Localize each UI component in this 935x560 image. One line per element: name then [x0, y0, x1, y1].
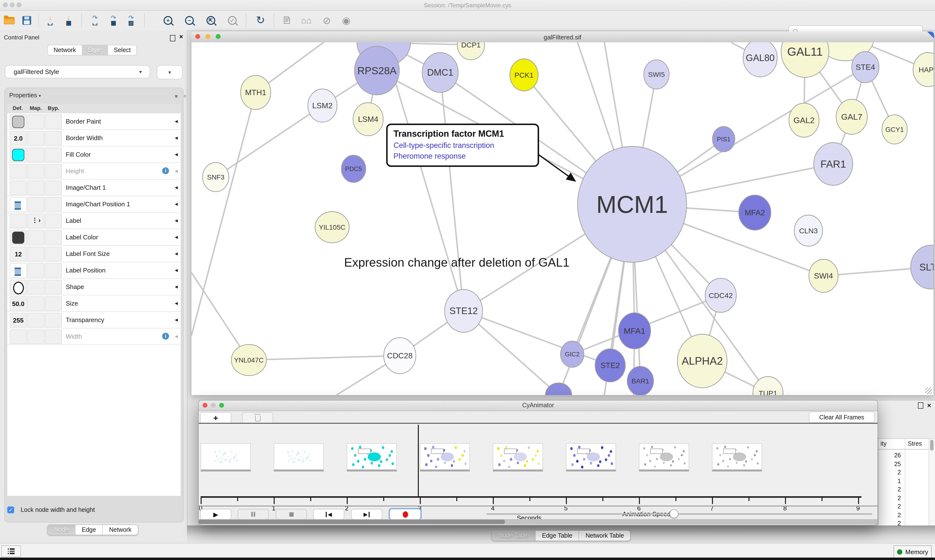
expand-row-icon[interactable]: ◀ — [175, 268, 178, 272]
network-node-cln3[interactable]: CLN3 — [794, 215, 822, 246]
network-node-pis1[interactable]: PIS1 — [713, 126, 735, 152]
network-node-gcy1[interactable]: GCY1 — [882, 115, 907, 144]
network-canvas[interactable]: GAL11RPS28ADMC1DCP1PCK1SWI5GAL80STE4HAP2… — [191, 42, 934, 395]
network-node-mfa2[interactable]: MFA2 — [739, 195, 771, 230]
expand-all-icon[interactable]: » — [175, 91, 178, 100]
float-table-panel-icon[interactable] — [918, 402, 923, 409]
style-options-button[interactable]: ▼ — [157, 65, 183, 79]
expand-row-icon[interactable]: ◀ — [175, 252, 178, 256]
table-cell[interactable]: 2 — [878, 469, 901, 476]
network-node-pck1[interactable]: PCK1 — [510, 59, 538, 91]
stop-button[interactable] — [276, 509, 307, 520]
tab-select[interactable]: Select — [108, 45, 137, 55]
info-icon[interactable]: i — [162, 333, 169, 340]
network-window-titlebar[interactable]: galFiltered.sif — [191, 32, 934, 43]
network-node-ste12[interactable]: STE12 — [444, 289, 483, 332]
property-row-shape[interactable]: Shape◀ — [7, 279, 181, 295]
memory-button[interactable]: Memory — [893, 545, 932, 558]
network-node-gal2[interactable]: GAL2 — [789, 103, 819, 137]
timeline-scrollbar[interactable] — [199, 519, 878, 525]
network-node-mth1[interactable]: MTH1 — [241, 75, 271, 109]
table-cell[interactable]: 2 — [878, 512, 901, 518]
network-edge[interactable] — [216, 106, 322, 177]
table-cell[interactable]: 25 — [878, 460, 901, 467]
expand-row-icon[interactable]: ◀ — [175, 136, 178, 140]
properties-header[interactable]: Properties ▾ — [9, 92, 41, 99]
network-node-hap2[interactable]: HAP2 — [913, 52, 934, 86]
frame-thumbnail-0[interactable] — [201, 443, 251, 471]
network-node-slt2[interactable]: SLT2 — [911, 245, 934, 289]
network-node-gic2[interactable]: GIC2 — [560, 341, 584, 367]
network-edge[interactable] — [249, 355, 400, 360]
expand-row-icon[interactable]: ◀ — [175, 218, 178, 223]
network-node-dmc1[interactable]: DMC1 — [422, 52, 458, 92]
network-node-swi5[interactable]: SWI5 — [644, 60, 669, 89]
expand-row-icon[interactable]: ◀ — [175, 169, 178, 173]
expand-row-icon[interactable]: ◀ — [175, 235, 178, 239]
network-node-ste2[interactable]: STE2 — [595, 349, 625, 382]
frame-thumbnail-3[interactable] — [420, 443, 470, 471]
expand-row-icon[interactable]: ◀ — [175, 185, 178, 190]
info-icon[interactable]: i — [162, 168, 169, 174]
network-node-snf3[interactable]: SNF3 — [202, 163, 229, 192]
network-node-cdc42[interactable]: CDC42 — [705, 278, 736, 312]
clear-all-frames-button[interactable]: Clear All Frames — [809, 412, 875, 423]
skip-to-start-button[interactable]: ◀ — [313, 509, 344, 520]
close-panel-icon[interactable]: × — [179, 34, 183, 39]
expand-row-icon[interactable]: ◀ — [175, 285, 178, 289]
import-table-icon[interactable]: ↓▦ — [62, 14, 75, 27]
hide-details-icon[interactable]: ⊘ — [321, 14, 333, 27]
network-node-pdc5[interactable]: PDC5 — [341, 155, 366, 182]
show-details-icon[interactable]: ◉ — [340, 14, 353, 27]
close-table-panel-icon[interactable]: × — [927, 403, 931, 408]
table-cell[interactable]: 26 — [878, 452, 901, 459]
annotation-link[interactable]: Cell-type-specific transcription — [393, 141, 533, 150]
cyanimator-titlebar[interactable]: CyAnimator — [199, 400, 878, 411]
frames-timeline[interactable]: 0123456789 Seconds — [199, 424, 878, 506]
table-cell[interactable]: 2 — [878, 495, 901, 502]
expand-row-icon[interactable]: ◀ — [175, 334, 178, 338]
tab-network[interactable]: Network — [103, 525, 138, 535]
open-session-icon[interactable] — [3, 14, 15, 27]
property-row-border-width[interactable]: 2.0Border Width◀ — [7, 130, 181, 146]
zoom-in-icon[interactable]: + — [162, 14, 174, 27]
network-node-gal7[interactable]: GAL7 — [836, 99, 867, 134]
delete-frame-button[interactable] — [242, 412, 273, 424]
property-row-label-color[interactable]: Label Color◀ — [7, 229, 181, 246]
network-edge[interactable] — [191, 92, 256, 336]
property-row-label[interactable]: ⋮›Label◀ — [7, 212, 181, 229]
network-node-rps28a[interactable]: RPS28A — [355, 46, 399, 95]
property-row-height[interactable]: Heighti◀ — [7, 163, 181, 180]
playhead[interactable] — [418, 425, 418, 496]
export-table-icon[interactable]: ↷▦ — [107, 14, 120, 27]
property-row-image-chart-position-1[interactable]: Image/Chart Position 1◀ — [7, 196, 181, 212]
expand-row-icon[interactable]: ◀ — [175, 202, 178, 206]
tab-style[interactable]: Style — [82, 45, 108, 55]
expand-row-icon[interactable]: ◀ — [175, 301, 178, 306]
annotation-box[interactable]: Transcription factor MCM1 Cell-type-spec… — [386, 123, 539, 167]
network-node-dcp1[interactable]: DCP1 — [457, 42, 484, 60]
network-node-purplecut[interactable] — [545, 383, 572, 395]
frame-thumbnail-4[interactable] — [493, 443, 543, 471]
frame-thumbnail-5[interactable] — [566, 443, 616, 471]
network-node-alpha2[interactable]: ALPHA2 — [677, 334, 727, 388]
refresh-view-icon[interactable]: ↻ — [254, 14, 267, 27]
table-cell[interactable]: 2 — [878, 486, 901, 493]
lock-size-checkbox[interactable]: ✓ — [7, 506, 14, 513]
expand-row-icon[interactable]: ◀ — [175, 152, 178, 157]
network-graph[interactable]: GAL11RPS28ADMC1DCP1PCK1SWI5GAL80STE4HAP2… — [191, 42, 934, 395]
add-frame-button[interactable]: + — [200, 412, 231, 424]
tab-network-table[interactable]: Network Table — [579, 531, 630, 540]
network-node-gal80[interactable]: GAL80 — [743, 42, 777, 77]
node-table[interactable]: ity Stres 26252122222 — [878, 438, 929, 527]
network-node-swi4[interactable]: SWI4 — [809, 259, 838, 292]
network-node-mfa1[interactable]: MFA1 — [619, 313, 651, 349]
zoom-out-icon[interactable]: − — [183, 14, 196, 27]
record-button[interactable] — [390, 509, 421, 520]
share-document-icon[interactable]: 🖹 — [281, 14, 293, 27]
network-node-mcm1[interactable]: MCM1 — [577, 146, 687, 262]
table-scrollbar[interactable] — [929, 438, 935, 527]
network-node-ynl047c[interactable]: YNL047C — [231, 345, 266, 375]
expand-row-icon[interactable]: ◀ — [175, 318, 178, 322]
pause-button[interactable] — [238, 509, 269, 520]
